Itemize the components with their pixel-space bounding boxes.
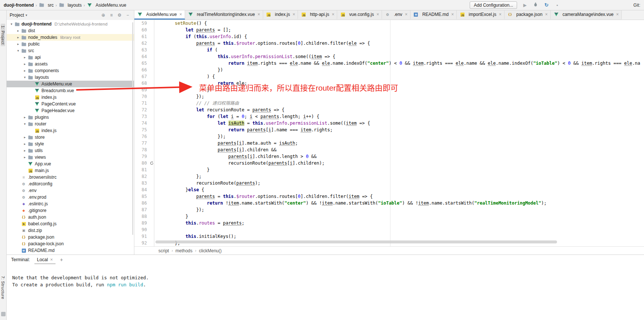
code-line-76[interactable]: 76 }); <box>134 133 644 140</box>
close-icon[interactable]: × <box>180 12 182 17</box>
line-number[interactable]: 82 <box>134 173 149 180</box>
code-line-63[interactable]: 63 if ( <box>134 47 644 53</box>
code-line-64[interactable]: 64 this.userInfo.permissionList.some((it… <box>134 53 644 60</box>
chevron-right-icon[interactable]: ▸ <box>22 135 27 139</box>
run-icon[interactable]: ▶ <box>522 3 528 8</box>
code-line-86[interactable]: 86 return !item.name.startsWith("center"… <box>134 200 644 206</box>
tab-realtimemonitoring-index.vue[interactable]: realTimeMonitoring\index.vue× <box>185 10 263 20</box>
tree-item-.env.prod[interactable]: ⚙.env.prod <box>7 194 134 201</box>
code-line-77[interactable]: 77 parents[i].meta.auth = isAuth; <box>134 140 644 146</box>
line-number[interactable]: 84 <box>134 186 149 193</box>
line-number[interactable]: 86 <box>134 200 149 206</box>
chevron-right-icon[interactable]: ▸ <box>22 69 27 73</box>
line-number[interactable]: 89 <box>134 220 149 226</box>
chevron-right-icon[interactable]: ▸ <box>16 29 21 33</box>
view-options-icon[interactable]: ≡ <box>108 13 115 18</box>
tree-item-babel.config.js[interactable]: bbabel.config.js <box>7 220 134 227</box>
line-number[interactable]: 68 <box>134 80 149 87</box>
chevron-right-icon[interactable]: ▸ <box>22 62 27 66</box>
tree-item-store[interactable]: ▸store <box>7 134 134 141</box>
chevron-down-icon[interactable]: ▾ <box>9 22 14 26</box>
tree-item-.editorconfig[interactable]: ⚙.editorconfig <box>7 181 134 187</box>
code-line-72[interactable]: 72 let recursionRoute = parents => { <box>134 107 644 113</box>
tree-item-app.vue[interactable]: App.vue <box>7 161 134 167</box>
line-number[interactable]: 80 <box>134 160 149 166</box>
tree-item-src[interactable]: ▾src <box>7 47 134 54</box>
editor-breadcrumb-clickmenu-[interactable]: clickMenu() <box>199 248 221 253</box>
tree-item-pageheader.vue[interactable]: PageHeader.vue <box>7 107 134 114</box>
horizontal-scrollbar[interactable] <box>155 240 557 243</box>
code-area[interactable]: 59 setRoute() {60 let parents = [];61 if… <box>134 20 644 246</box>
code-line-65[interactable]: 65 return item.rights === ele.name && el… <box>134 60 644 67</box>
tree-item-dist[interactable]: ▸dist <box>7 27 134 34</box>
tree-item-index.js[interactable]: JSindex.js <box>7 127 134 134</box>
tab-package.json[interactable]: {}package.json× <box>504 10 551 20</box>
line-number[interactable]: 92 <box>134 240 149 246</box>
tree-item-auth.json[interactable]: {}auth.json <box>7 214 134 220</box>
line-number[interactable]: 63 <box>134 47 149 53</box>
code-line-74[interactable]: 74 let isAuth = this.userInfo.permission… <box>134 120 644 127</box>
breadcrumb-asidemenu.vue[interactable]: AsideMenu.vue <box>87 3 126 8</box>
line-number[interactable]: 75 <box>134 127 149 133</box>
code-line-67[interactable]: 67 ) { <box>134 73 644 80</box>
line-number[interactable]: 59 <box>134 20 149 27</box>
tree-item-api[interactable]: ▸api <box>7 54 134 61</box>
locate-file-icon[interactable]: ⊕ <box>100 13 107 18</box>
tab-http-api.js[interactable]: JShttp-api.js× <box>298 10 337 20</box>
tool-window-button-project[interactable]: 1: Project <box>1 24 5 46</box>
close-icon[interactable]: × <box>405 12 407 17</box>
project-panel-title[interactable]: Project <box>10 13 24 18</box>
new-terminal-button[interactable]: + <box>60 257 63 263</box>
line-number[interactable]: 66 <box>134 67 149 73</box>
hide-panel-icon[interactable]: − <box>124 13 131 18</box>
chevron-right-icon[interactable]: ▸ <box>22 115 27 119</box>
line-number[interactable]: 78 <box>134 146 149 153</box>
line-number[interactable]: 76 <box>134 133 149 140</box>
settings-gear-icon[interactable]: ⚙ <box>116 13 123 18</box>
chevron-down-icon[interactable]: ▾ <box>22 122 27 126</box>
tree-item-assets[interactable]: ▸assets <box>7 61 134 67</box>
tab-.env[interactable]: ⚙.env× <box>382 10 410 20</box>
breadcrumb-layouts[interactable]: layouts <box>59 3 82 8</box>
code-line-79[interactable]: 79 parents[i].children.length > 0 && <box>134 153 644 160</box>
close-icon[interactable]: × <box>376 12 379 17</box>
code-line-61[interactable]: 61 if (this.userInfo.id) { <box>134 33 644 40</box>
tree-item-asidemenu.vue[interactable]: AsideMenu.vue <box>7 81 134 87</box>
close-icon[interactable]: × <box>258 12 260 17</box>
tab-cameramanage-index.vue[interactable]: cameraManage\index.vue× <box>551 10 622 20</box>
tab-index.js[interactable]: JSindex.js× <box>263 10 298 20</box>
chevron-right-icon[interactable]: ▸ <box>16 36 21 39</box>
tree-item-views[interactable]: ▸views <box>7 154 134 161</box>
line-number[interactable]: 72 <box>134 107 149 113</box>
line-number[interactable]: 81 <box>134 166 149 173</box>
git-label[interactable]: Git: <box>633 3 640 8</box>
code-line-89[interactable]: 89 this.routes = parents; <box>134 220 644 226</box>
chevron-right-icon[interactable]: ▸ <box>22 149 27 152</box>
code-line-81[interactable]: 81 } <box>134 166 644 173</box>
tree-item-dist.zip[interactable]: ▣dist.zip <box>7 227 134 234</box>
stop-icon[interactable]: ▪ <box>554 3 560 8</box>
line-number[interactable]: 69 <box>134 87 149 93</box>
code-line-59[interactable]: 59 setRoute() { <box>134 20 644 27</box>
line-number[interactable]: 60 <box>134 27 149 33</box>
tree-item-.env[interactable]: ⚙.env <box>7 187 134 194</box>
line-number[interactable]: 61 <box>134 33 149 40</box>
tree-item-package.json[interactable]: {}package.json <box>7 234 134 240</box>
line-number[interactable]: 88 <box>134 213 149 220</box>
tree-item-duoji-frontend[interactable]: ▾duoji-frontendD:\zheheWeb\duoji-fronten… <box>7 21 134 27</box>
code-line-75[interactable]: 75 return parents[i].name === item.right… <box>134 127 644 133</box>
line-number[interactable]: 64 <box>134 53 149 60</box>
code-line-68[interactable]: 68 return ele; <box>134 80 644 87</box>
line-number[interactable]: 79 <box>134 153 149 160</box>
line-number[interactable]: 90 <box>134 226 149 233</box>
code-line-84[interactable]: 84 }else { <box>134 186 644 193</box>
close-icon[interactable]: × <box>451 12 454 17</box>
line-number[interactable]: 62 <box>134 40 149 47</box>
code-line-62[interactable]: 62 parents = this.$router.options.routes… <box>134 40 644 47</box>
code-line-66[interactable]: 66 }) <box>134 67 644 73</box>
debug-icon[interactable] <box>533 2 539 8</box>
breadcrumb-duoji-frontend[interactable]: duoji-frontend <box>4 3 34 8</box>
line-number[interactable]: 85 <box>134 193 149 200</box>
tab-readme.md[interactable]: MREADME.md× <box>410 10 457 20</box>
close-icon[interactable]: × <box>332 12 334 17</box>
